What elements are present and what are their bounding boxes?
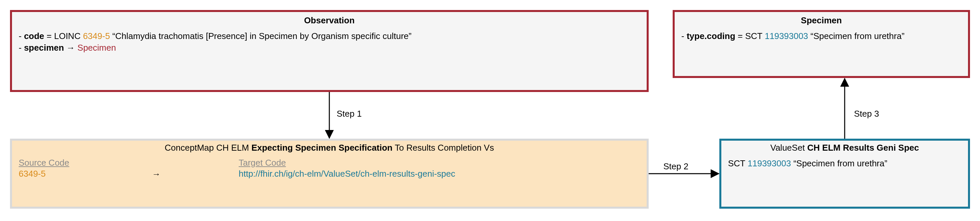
source-col: Source Code 6349-5 — [19, 157, 152, 180]
valueset-entry: SCT 119393003 “Specimen from urethra” — [728, 157, 961, 169]
target-col: Target Code http://fhir.ch/ig/ch-elm/Val… — [239, 157, 640, 180]
code-display: “Chlamydia trachomatis [Presence] in Spe… — [110, 31, 412, 41]
arrow-col: → — [152, 157, 239, 179]
specimen-box: Specimen - type.coding = SCT 119393003 “… — [673, 10, 970, 78]
code-label: code — [24, 31, 45, 41]
conceptmap-box: ConceptMap CH ELM Expecting Specimen Spe… — [10, 139, 649, 209]
target-header: Target Code — [239, 157, 640, 168]
observation-title: Observation — [19, 15, 640, 25]
step3-label: Step 3 — [854, 109, 879, 119]
vs-sct-code: 119393003 — [748, 158, 791, 169]
diagram-canvas: Observation - code = LOINC 6349-5 “Chlam… — [0, 0, 980, 221]
conceptmap-grid: Source Code 6349-5 → Target Code http://… — [19, 157, 640, 180]
map-arrow-icon: → — [152, 169, 239, 179]
type-display: “Specimen from urethra” — [808, 31, 904, 41]
valueset-title: ValueSet CH ELM Results Geni Spec — [728, 143, 961, 153]
specimen-label: specimen — [24, 43, 64, 52]
specimen-title: Specimen — [681, 15, 961, 25]
loinc-code: 6349-5 — [83, 31, 110, 41]
source-header: Source Code — [19, 157, 152, 168]
source-code: 6349-5 — [19, 168, 152, 180]
step1-label: Step 1 — [337, 109, 362, 119]
vs-display: “Specimen from urethra” — [791, 158, 887, 169]
observation-specimen-line: - specimen → Specimen — [19, 42, 640, 54]
observation-box: Observation - code = LOINC 6349-5 “Chlam… — [10, 10, 649, 92]
specimen-type-line: - type.coding = SCT 119393003 “Specimen … — [681, 30, 961, 42]
sct-code: 119393003 — [765, 31, 808, 41]
specimen-ref: Specimen — [77, 43, 116, 52]
conceptmap-title: ConceptMap CH ELM Expecting Specimen Spe… — [19, 143, 640, 153]
valueset-box: ValueSet CH ELM Results Geni Spec SCT 11… — [719, 139, 970, 209]
step2-label: Step 2 — [663, 161, 688, 172]
observation-code-line: - code = LOINC 6349-5 “Chlamydia trachom… — [19, 30, 640, 42]
target-url: http://fhir.ch/ig/ch-elm/ValueSet/ch-elm… — [239, 168, 640, 180]
type-label: type.coding — [687, 31, 735, 41]
